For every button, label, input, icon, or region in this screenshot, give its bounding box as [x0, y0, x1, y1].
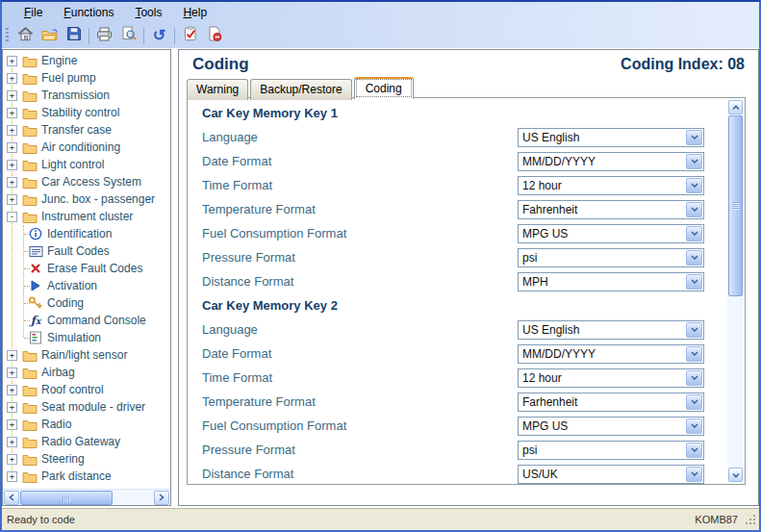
expand-plus-icon[interactable]: + — [7, 125, 17, 136]
date-format-key2-dropdown[interactable]: MM/DD/YYYY — [518, 344, 704, 364]
tree-item-steering[interactable]: +Steering — [3, 450, 170, 468]
expand-plus-icon[interactable]: + — [7, 350, 17, 361]
chevron-down-icon[interactable] — [686, 346, 702, 362]
form-vertical-scrollbar[interactable] — [727, 99, 744, 483]
tree-item-seat-module-driver[interactable]: +Seat module - driver — [3, 398, 170, 416]
scroll-left-button[interactable] — [4, 491, 19, 505]
fuel-consumption-format-key1-dropdown[interactable]: MPG US — [518, 224, 704, 243]
distance-format-key1-dropdown[interactable]: MPH — [518, 272, 704, 291]
chevron-down-icon[interactable] — [686, 130, 702, 145]
tree-item-engine[interactable]: +Engine — [3, 52, 170, 69]
menu-tools[interactable]: Tools — [124, 3, 172, 22]
tree-item-instrument-cluster[interactable]: -Instrument cluster — [3, 208, 170, 225]
expand-plus-icon[interactable]: + — [7, 454, 17, 465]
save-button[interactable] — [62, 25, 86, 46]
code-button[interactable] — [178, 25, 202, 46]
chevron-down-icon[interactable] — [686, 370, 702, 386]
scroll-right-button[interactable] — [154, 491, 169, 505]
expand-plus-icon[interactable]: + — [7, 142, 17, 153]
menu-file[interactable]: File — [13, 3, 53, 22]
expand-plus-icon[interactable]: + — [7, 402, 17, 413]
home-button[interactable] — [13, 25, 38, 46]
expand-plus-icon[interactable]: + — [7, 177, 17, 188]
expand-plus-icon[interactable]: + — [7, 471, 17, 482]
collapse-minus-icon[interactable]: - — [7, 212, 17, 222]
language-key1-dropdown[interactable]: US English — [518, 128, 704, 147]
expand-plus-icon[interactable]: + — [7, 419, 17, 430]
open-button[interactable] — [38, 25, 62, 46]
tab-backup-restore[interactable]: Backup/Restore — [250, 79, 351, 100]
tree-item-junc-box-passenger[interactable]: +Junc. box - passenger — [3, 190, 170, 208]
tree-item-erase-fault-codes[interactable]: Erase Fault Codes — [3, 260, 170, 277]
chevron-down-icon[interactable] — [686, 178, 702, 193]
chevron-down-icon[interactable] — [686, 202, 702, 217]
expand-plus-icon[interactable]: + — [7, 56, 17, 66]
tab-coding[interactable]: Coding — [354, 77, 414, 99]
tree-item-light-control[interactable]: +Light control — [3, 156, 170, 173]
tree-item-simulation[interactable]: Simulation — [3, 329, 170, 346]
tree-item-radio-gateway[interactable]: +Radio Gateway — [3, 433, 170, 450]
chevron-down-icon[interactable] — [686, 467, 702, 482]
expand-plus-icon[interactable]: + — [7, 90, 17, 101]
pressure-format-key1-dropdown[interactable]: psi — [518, 248, 704, 267]
tree-item-command-console[interactable]: ƒxCommand Console — [3, 312, 170, 329]
refresh-button[interactable]: ↺ — [147, 25, 171, 46]
expand-plus-icon[interactable]: + — [7, 73, 17, 84]
tree-item-radio[interactable]: +Radio — [3, 416, 170, 433]
tree-item-fault-codes[interactable]: Fault Codes — [3, 242, 170, 260]
dropdown-value: psi — [519, 443, 686, 457]
resize-grip[interactable] — [745, 514, 756, 525]
scroll-down-button[interactable] — [728, 468, 743, 482]
scrollbar-thumb[interactable] — [728, 115, 743, 296]
field-label: Fuel Consumption Format — [202, 418, 518, 433]
expand-plus-icon[interactable]: + — [7, 160, 17, 170]
tree-item-car-access-system[interactable]: +Car Access System — [3, 173, 170, 190]
scroll-up-button[interactable] — [728, 100, 743, 114]
chevron-down-icon[interactable] — [686, 250, 702, 266]
chevron-down-icon[interactable] — [686, 394, 702, 410]
chevron-down-icon[interactable] — [686, 418, 702, 434]
tree-item-transfer-case[interactable]: +Transfer case — [3, 121, 170, 139]
expand-plus-icon[interactable]: + — [7, 108, 17, 118]
default-coding-button[interactable] — [202, 25, 226, 46]
print-button[interactable] — [92, 25, 116, 46]
expand-plus-icon[interactable]: + — [7, 367, 17, 378]
tree-item-stability-control[interactable]: +Stability control — [3, 104, 170, 121]
tree-item-roof-control[interactable]: +Roof control — [3, 381, 170, 398]
distance-format-key2-dropdown[interactable]: US/UK — [518, 465, 704, 484]
tree-item-fuel-pump[interactable]: +Fuel pump — [3, 69, 170, 87]
fuel-consumption-format-key2-dropdown[interactable]: MPG US — [518, 417, 704, 436]
toolbar-grip[interactable] — [6, 28, 9, 43]
tree-item-rain-light-sensor[interactable]: +Rain/light sensor — [3, 346, 170, 364]
tree-item-coding[interactable]: Coding — [3, 294, 170, 312]
chevron-down-icon[interactable] — [686, 154, 702, 169]
tree-item-activation[interactable]: Activation — [3, 277, 170, 294]
language-key2-dropdown[interactable]: US English — [518, 320, 704, 340]
scrollbar-thumb[interactable] — [20, 491, 113, 505]
tab-warning[interactable]: Warning — [187, 79, 248, 100]
tree-item-transmission[interactable]: +Transmission — [3, 87, 170, 104]
tree-item-park-distance[interactable]: +Park distance — [3, 468, 170, 485]
menu-functions[interactable]: Functions — [53, 3, 124, 22]
time-format-key2-dropdown[interactable]: 12 hour — [518, 368, 704, 388]
tree-item-identification[interactable]: Identification — [3, 225, 170, 242]
dropdown-value: psi — [519, 251, 686, 265]
chevron-down-icon[interactable] — [686, 443, 702, 458]
expand-plus-icon[interactable]: + — [7, 194, 17, 205]
form-row-temperature-format-key1: Temperature Format Fahrenheit — [202, 197, 704, 221]
chevron-down-icon[interactable] — [686, 322, 702, 338]
expand-plus-icon[interactable]: + — [7, 437, 17, 447]
temperature-format-key1-dropdown[interactable]: Fahrenheit — [518, 200, 704, 219]
menu-help[interactable]: Help — [172, 3, 217, 22]
date-format-key1-dropdown[interactable]: MM/DD/YYYY — [518, 152, 704, 171]
chevron-down-icon[interactable] — [686, 226, 702, 241]
temperature-format-key2-dropdown[interactable]: Farhenheit — [518, 393, 704, 412]
time-format-key1-dropdown[interactable]: 12 hour — [518, 176, 704, 195]
expand-plus-icon[interactable]: + — [7, 385, 17, 395]
tree-item-airbag[interactable]: +Airbag — [3, 364, 170, 381]
tree-horizontal-scrollbar[interactable] — [3, 489, 170, 505]
print-preview-button[interactable] — [116, 25, 140, 46]
chevron-down-icon[interactable] — [686, 274, 702, 290]
tree-item-air-conditioning[interactable]: +Air conditioning — [3, 139, 170, 156]
pressure-format-key2-dropdown[interactable]: psi — [518, 441, 704, 460]
